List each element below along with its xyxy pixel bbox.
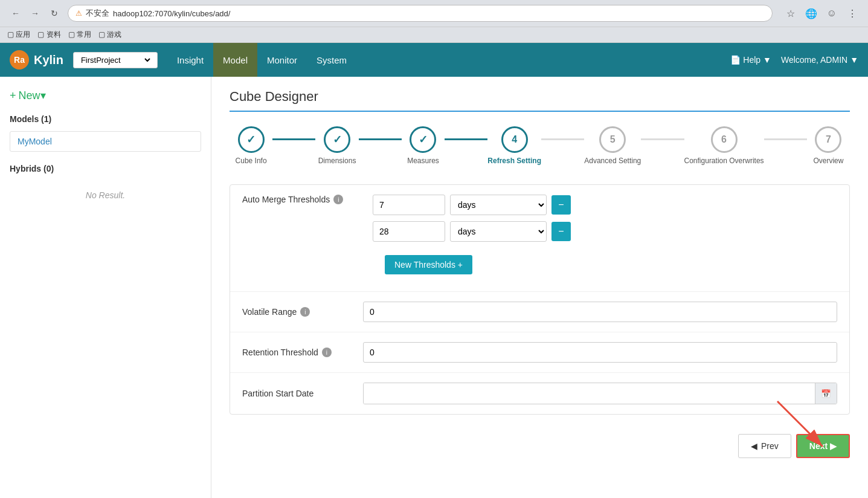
partition-start-date-label: Partition Start Date [242,389,363,398]
step-config-overwrites: 6 Configuration Overwrites [684,126,764,165]
auto-merge-section: Auto Merge Thresholds i days hours minut… [230,185,849,292]
new-button[interactable]: + New▾ [10,86,46,105]
warning-text: 不安全 [86,8,109,19]
threshold-input-2[interactable] [373,221,445,242]
bookmarks-bar: ▢ 应用 ▢ 资料 ▢ 常用 ▢ 游戏 [0,27,868,43]
partition-start-date-input[interactable] [364,383,815,404]
security-warning-icon: ⚠ [76,9,82,18]
threshold-unit-select-2[interactable]: days hours minutes [450,221,547,242]
connector-4-5 [541,138,584,140]
browser-chrome: ← → ↻ ⚠ 不安全 hadoop102:7070/kylin/cubes/a… [0,0,868,27]
new-label: New▾ [19,89,46,102]
address-text: hadoop102:7070/kylin/cubes/add/ [113,9,230,18]
auto-merge-inputs: days hours minutes − days hours min [373,195,837,282]
threshold-unit-select-1[interactable]: days hours minutes [450,195,547,215]
connector-5-6 [641,138,684,140]
volatile-range-controls [363,302,837,322]
bookmark-games[interactable]: ▢ 游戏 [98,30,121,40]
address-bar[interactable]: ⚠ 不安全 hadoop102:7070/kylin/cubes/add/ [68,5,773,22]
threshold-row-1: days hours minutes − [373,195,837,215]
translate-button[interactable]: 🌐 [803,5,820,22]
step-1-label: Cube Info [236,157,267,165]
logo-text: Kylin [34,53,63,67]
page-title: Cube Designer [230,89,850,112]
browser-actions[interactable]: ☆ 🌐 ☺ ⋮ [782,5,861,22]
step-7-label: Overview [813,157,843,165]
step-measures: ✓ Measures [402,126,445,165]
threshold-row-2: days hours minutes − [373,221,837,242]
project-dropdown[interactable]: FirstProject [79,55,152,65]
header-right: 📄 Help ▼ Welcome, ADMIN ▼ [730,55,858,65]
prev-button[interactable]: ◀ Prev [738,434,791,458]
reload-button[interactable]: ↻ [46,5,63,22]
project-selector[interactable]: FirstProject [73,52,158,68]
threshold-input-1[interactable] [373,195,445,215]
main-layout: + New▾ Models (1) MyModel Hybrids (0) No… [0,77,868,498]
hybrids-section-title: Hybrids (0) [10,164,201,173]
retention-threshold-input[interactable] [363,342,837,363]
nav-buttons-container: ◀ Prev Next ▶ [230,424,850,468]
calendar-button[interactable]: 📅 [815,383,837,404]
new-thresholds-label: New Thresholds + [394,260,463,270]
remove-threshold-1-button[interactable]: − [551,195,571,215]
connector-1-2 [272,138,315,140]
connector-6-7 [764,138,807,140]
no-result-text: No Result. [10,181,201,210]
next-label: Next ▶ [809,441,837,451]
step-2-label: Dimensions [318,157,356,165]
step-6-label: Configuration Overwrites [684,157,764,165]
content-area: Cube Designer ✓ Cube Info ✓ Dimensions ✓ [211,77,868,498]
auto-merge-info-icon[interactable]: i [333,195,343,204]
sidebar-item-mymodel[interactable]: MyModel [10,131,201,152]
models-section-title: Models (1) [10,114,201,124]
retention-threshold-row: Retention Threshold i [230,332,849,373]
help-button[interactable]: 📄 Help ▼ [730,55,771,65]
logo-icon: Ra [10,50,29,70]
help-label: Help [743,55,760,65]
back-button[interactable]: ← [7,5,24,22]
step-refresh-setting: 4 Refresh Setting [487,126,541,165]
volatile-range-label: Volatile Range i [242,307,363,317]
welcome-button[interactable]: Welcome, ADMIN ▼ [781,55,858,65]
nav-model[interactable]: Model [213,43,257,77]
sidebar: + New▾ Models (1) MyModel Hybrids (0) No… [0,77,211,498]
help-icon: 📄 [730,55,741,65]
step-cube-info: ✓ Cube Info [230,126,272,165]
browser-nav[interactable]: ← → ↻ [7,5,63,22]
bookmark-star-button[interactable]: ☆ [782,5,799,22]
step-overview: 7 Overview [807,126,850,165]
stepper: ✓ Cube Info ✓ Dimensions ✓ Measures 4 [230,126,850,165]
volatile-range-input[interactable] [363,302,837,322]
volatile-range-row: Volatile Range i [230,292,849,332]
prev-arrow-icon: ◀ [751,441,757,451]
check-icon: ✓ [246,133,256,146]
remove-threshold-2-button[interactable]: − [551,222,571,241]
new-thresholds-button[interactable]: New Thresholds + [385,255,472,274]
retention-threshold-label: Retention Threshold i [242,348,363,357]
model-label: MyModel [18,137,52,146]
help-chevron-icon: ▼ [763,55,771,65]
retention-threshold-info-icon[interactable]: i [322,348,332,357]
step-3-label: Measures [407,157,439,165]
step-2-circle: ✓ [324,126,350,153]
auto-merge-label: Auto Merge Thresholds i [242,195,363,204]
nav-buttons: ◀ Prev Next ▶ [230,424,850,468]
next-button[interactable]: Next ▶ [796,434,850,458]
bookmark-common[interactable]: ▢ 常用 [68,30,91,40]
volatile-range-info-icon[interactable]: i [300,307,310,317]
bookmark-resources[interactable]: ▢ 资料 [37,30,60,40]
menu-button[interactable]: ⋮ [844,5,861,22]
step-4-circle: 4 [501,126,528,153]
date-input-wrapper: 📅 [363,383,837,404]
main-nav: Insight Model Monitor System [167,43,356,77]
nav-insight[interactable]: Insight [167,43,213,77]
partition-start-date-row: Partition Start Date 📅 [230,373,849,414]
profile-button[interactable]: ☺ [823,5,840,22]
forward-button[interactable]: → [27,5,43,22]
bookmark-apps[interactable]: ▢ 应用 [7,30,30,40]
nav-monitor[interactable]: Monitor [257,43,307,77]
nav-system[interactable]: System [307,43,356,77]
check-icon-3: ✓ [419,133,428,146]
check-icon-2: ✓ [333,133,342,146]
step-5-label: Advanced Setting [584,157,641,165]
